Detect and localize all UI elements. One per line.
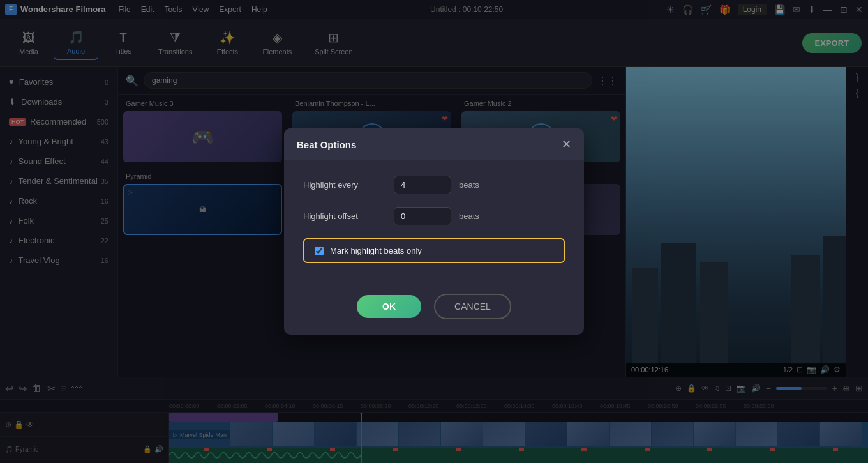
highlight-every-row: Highlight every beats	[303, 176, 565, 194]
cancel-button[interactable]: CANCEL	[434, 294, 511, 319]
highlight-offset-input[interactable]	[394, 207, 451, 225]
dialog-body: Highlight every beats Highlight offset b…	[284, 160, 584, 294]
highlight-every-label: Highlight every	[303, 180, 386, 190]
dialog-header: Beat Options ✕	[284, 128, 584, 160]
mark-highlight-beats-checkbox[interactable]	[315, 247, 324, 255]
highlight-offset-label: Highlight offset	[303, 211, 386, 221]
highlight-every-input[interactable]	[394, 176, 451, 194]
dialog-close-button[interactable]: ✕	[562, 137, 571, 151]
ok-button[interactable]: OK	[357, 295, 421, 318]
highlight-offset-unit: beats	[459, 211, 479, 221]
mark-highlight-beats-label[interactable]: Mark highlight beats only	[330, 246, 422, 255]
highlight-offset-row: Highlight offset beats	[303, 207, 565, 225]
mark-highlight-beats-row: Mark highlight beats only	[303, 238, 565, 263]
highlight-every-unit: beats	[459, 180, 479, 190]
dialog-footer: OK CANCEL	[284, 294, 584, 335]
dialog-title: Beat Options	[297, 139, 356, 150]
beat-options-dialog: Beat Options ✕ Highlight every beats Hig…	[284, 128, 584, 335]
dialog-overlay: Beat Options ✕ Highlight every beats Hig…	[0, 0, 868, 463]
